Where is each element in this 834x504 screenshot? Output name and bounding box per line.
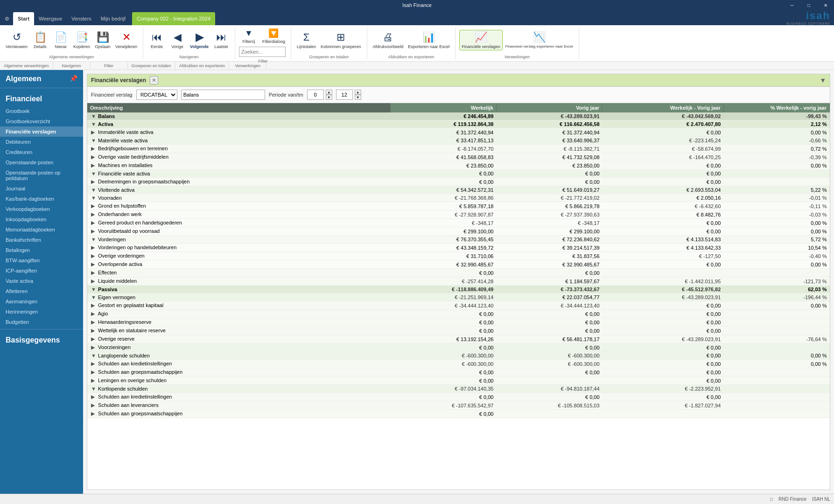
ribbon-btn-eerste[interactable]: ⏮ Eerste <box>147 30 167 50</box>
period-down-to[interactable]: ▼ <box>355 95 361 100</box>
expand-arrow[interactable]: ▼ <box>91 287 97 292</box>
ribbon-btn-nieuw[interactable]: 📄 Nieuw <box>51 30 70 50</box>
expand-arrow[interactable]: ▶ <box>91 245 97 251</box>
sidebar-item-kas-bank[interactable]: Kas/bank-dagboeken <box>0 194 83 204</box>
expand-arrow[interactable]: ▶ <box>91 261 97 267</box>
expand-arrow[interactable]: ▼ <box>91 294 97 300</box>
expand-arrow[interactable]: ▼ <box>91 113 97 119</box>
expand-panel-btn[interactable]: ▼ <box>820 77 826 84</box>
table-row[interactable]: ▶ Vooruitbetaald op voorraad€ 299.100,00… <box>87 227 830 236</box>
sidebar-item-inkoop[interactable]: Inkoopdagboeken <box>0 214 83 224</box>
sidebar-item-btw[interactable]: BTW-aangiften <box>0 255 83 266</box>
ribbon-btn-lijntotalen[interactable]: Σ Lijntotalen <box>295 30 318 50</box>
maximize-btn[interactable]: □ <box>800 0 817 10</box>
table-row[interactable]: ▶ Schulden aan groepsmaatschappijen€ 0,0… <box>87 368 830 377</box>
table-row[interactable]: ▶ Schulden aan kredietinstellingen€ 0,00… <box>87 393 830 401</box>
sidebar-item-betalingen[interactable]: Betalingen <box>0 245 83 255</box>
tab-settings[interactable]: ⚙ <box>1 12 13 25</box>
expand-arrow[interactable]: ▼ <box>91 195 97 201</box>
expand-arrow[interactable]: ▶ <box>91 146 97 152</box>
table-row[interactable]: ▼ Financiële vaste activa€ 0,00€ 0,00€ 0… <box>87 170 830 178</box>
table-row[interactable]: ▶ Gereed product en handelsgoederen€ -34… <box>87 219 830 227</box>
table-row[interactable]: ▶ Schulden aan groepsmaatschappijen€ 0,0… <box>87 410 830 418</box>
sidebar-item-icp[interactable]: ICP-aangiften <box>0 266 83 276</box>
close-btn[interactable]: ✕ <box>817 0 834 10</box>
verslag-input[interactable] <box>181 90 265 100</box>
ribbon-btn-volgende[interactable]: ▶ Volgende <box>188 30 210 50</box>
expand-arrow[interactable]: ▶ <box>91 211 97 217</box>
minimize-btn[interactable]: ─ <box>784 0 800 10</box>
table-row[interactable]: ▶ Herwaarderingsreserve€ 0,00€ 0,00€ 0,0… <box>87 318 830 327</box>
tab-start[interactable]: Start <box>13 12 34 25</box>
table-row[interactable]: ▶ Wettelijk en statutaire reserve€ 0,00€… <box>87 327 830 335</box>
sidebar-item-herinneringen[interactable]: Herinneringen <box>0 307 83 317</box>
ribbon-btn-verwijderen[interactable]: ✕ Verwijderen <box>113 30 139 50</box>
sidebar-item-journaal[interactable]: Journaal <box>0 183 83 194</box>
tab-weergave[interactable]: Weergave <box>34 12 67 25</box>
sidebar-item-memoriaal[interactable]: Memoriaaldagboeken <box>0 224 83 235</box>
expand-arrow[interactable]: ▶ <box>91 154 97 160</box>
expand-arrow[interactable]: ▶ <box>91 302 97 308</box>
table-row[interactable]: ▶ Overige vorderingen€ 31.710,06€ 31.837… <box>87 252 830 260</box>
table-row[interactable]: ▶ Schulden aan kredietinstellingen€ -600… <box>87 360 830 368</box>
sidebar-item-verkoop[interactable]: Verkoopdagboeken <box>0 204 83 214</box>
ribbon-btn-vernieuwen[interactable]: ↺ Vernieuwen <box>4 30 29 50</box>
expand-arrow[interactable]: ▶ <box>91 378 97 384</box>
expand-arrow[interactable]: ▼ <box>91 353 97 358</box>
table-row[interactable]: ▶ Effecten€ 0,00€ 0,00 <box>87 269 830 277</box>
period-up-to[interactable]: ▲ <box>355 90 361 95</box>
period-from[interactable] <box>307 90 324 100</box>
expand-arrow[interactable]: ▶ <box>91 369 97 375</box>
sidebar-item-bankafschriften[interactable]: Bankafschriften <box>0 235 83 245</box>
sidebar-item-debiteuren[interactable]: Debiteuren <box>0 137 83 147</box>
sidebar-item-aanmaningen[interactable]: Aanmaningen <box>0 296 83 307</box>
table-row[interactable]: ▼ Activa€ 119.132.864,38€ 116.662.456,58… <box>87 120 830 128</box>
tab-company[interactable]: Company 022 - Integration 2024 <box>132 12 215 25</box>
expand-arrow[interactable]: ▼ <box>91 171 97 176</box>
expand-arrow[interactable]: ▶ <box>91 228 97 234</box>
ribbon-btn-kolommen[interactable]: ⊞ Kolommen groeperen <box>319 30 363 50</box>
expand-arrow[interactable]: ▶ <box>91 203 97 209</box>
table-row[interactable]: ▶ Grond en hulpstoffen€ 5.859.787,18€ 5.… <box>87 202 830 210</box>
period-down-from[interactable]: ▼ <box>326 95 332 100</box>
table-row[interactable]: ▶ Machines en installaties€ 23.850,00€ 2… <box>87 161 830 170</box>
report-table-container[interactable]: Omschrijving Werkelijk Vorig jaar Werkel… <box>87 103 830 490</box>
table-row[interactable]: ▼ Passiva€ -118.886.409,49€ -73.373.432,… <box>87 286 830 294</box>
table-row[interactable]: ▼ Vorderingen€ 76.370.355,45€ 72.236.840… <box>87 236 830 244</box>
ribbon-btn-filterrij[interactable]: ▼ Filterrij <box>239 28 259 45</box>
search-input[interactable] <box>239 47 286 57</box>
expand-arrow[interactable]: ▶ <box>91 129 97 135</box>
table-row[interactable]: ▶ Agio€ 0,00€ 0,00€ 0,00 <box>87 310 830 318</box>
table-row[interactable]: ▶ Liquide middelen€ -257.414,28€ 1.184.5… <box>87 277 830 286</box>
verslag-select[interactable]: RDCATBAL <box>136 90 177 100</box>
expand-arrow[interactable]: ▶ <box>91 253 97 259</box>
pin-icon[interactable]: 📌 <box>70 75 77 82</box>
ribbon-btn-kopieren[interactable]: 📑 Kopiëren <box>71 30 92 50</box>
expand-arrow[interactable]: ▼ <box>91 237 97 242</box>
sidebar-item-grootboek[interactable]: Grootboek <box>0 106 83 116</box>
table-row[interactable]: ▶ Gestort en geplaatst kapitaal€ -34.444… <box>87 301 830 310</box>
expand-arrow[interactable]: ▶ <box>91 179 97 185</box>
expand-arrow[interactable]: ▶ <box>91 336 97 342</box>
period-to[interactable] <box>336 90 353 100</box>
ribbon-btn-details[interactable]: 📋 Details <box>30 30 50 50</box>
tab-mijnbedrijf[interactable]: Mijn bedrijf <box>96 12 130 25</box>
ribbon-btn-financiele-verslagen[interactable]: 📈 Financiële verslagen <box>459 30 503 50</box>
tab-vensters[interactable]: Vensters <box>67 12 96 25</box>
sidebar-item-vaste-activa[interactable]: Vaste activa <box>0 276 83 286</box>
sidebar-item-afletteren[interactable]: Afletteren <box>0 286 83 296</box>
table-row[interactable]: ▶ Onderhanden werk€ -27.928.907,87€ -27.… <box>87 210 830 219</box>
expand-arrow[interactable]: ▶ <box>91 402 97 408</box>
sidebar-item-openstaande-posten[interactable]: Openstaande posten <box>0 157 83 168</box>
expand-arrow[interactable]: ▼ <box>91 138 97 143</box>
table-row[interactable]: ▶ Overlopende activa€ 32.990.485,67€ 32.… <box>87 260 830 269</box>
expand-arrow[interactable]: ▶ <box>91 328 97 334</box>
expand-arrow[interactable]: ▶ <box>91 411 97 417</box>
expand-arrow[interactable]: ▶ <box>91 344 97 350</box>
ribbon-btn-financieel-export[interactable]: 📉 Financieel verslag exporteren naar Exc… <box>504 30 575 49</box>
sidebar-item-openstaande-posten-peildatum[interactable]: Openstaande posten op peildatum <box>0 168 83 183</box>
ribbon-btn-afdrukvoorbeeld[interactable]: 🖨 Afdrukvoorbeeld <box>371 30 406 50</box>
sidebar-item-financiele-verslagen[interactable]: Financiële verslagen <box>0 126 83 137</box>
expand-arrow[interactable]: ▶ <box>91 394 97 400</box>
ribbon-btn-opslaan[interactable]: 💾 Opslaan <box>93 30 112 50</box>
